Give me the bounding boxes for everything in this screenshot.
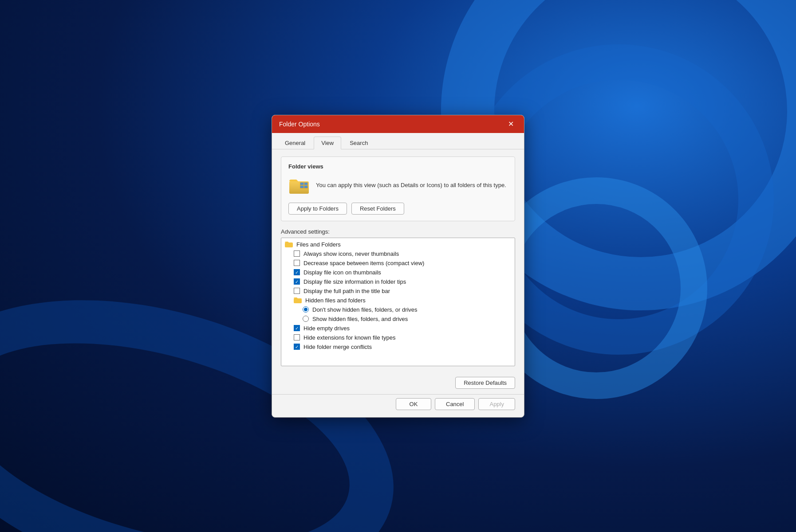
- tab-bar: General View Search: [272, 133, 524, 149]
- checkbox-hide-extensions[interactable]: [294, 334, 300, 340]
- list-item-show-hidden[interactable]: Show hidden files, folders, and drives: [281, 314, 515, 324]
- svg-rect-5: [300, 186, 303, 188]
- list-item-hide-extensions[interactable]: Hide extensions for known file types: [281, 333, 515, 342]
- dialog-bottom: Restore Defaults: [272, 373, 524, 394]
- folder-views-section: Folder views: [281, 156, 515, 221]
- list-item-always-show-icons[interactable]: Always show icons, never thumbnails: [281, 249, 515, 258]
- folder-views-description: You can apply this view (such as Details…: [316, 181, 506, 189]
- list-item-display-file-icon[interactable]: ✓ Display file icon on thumbnails: [281, 268, 515, 277]
- list-item-dont-show-hidden[interactable]: Don't show hidden files, folders, or dri…: [281, 305, 515, 314]
- ok-button[interactable]: OK: [396, 398, 431, 410]
- radio-show-hidden[interactable]: [303, 316, 309, 322]
- reset-folders-button[interactable]: Reset Folders: [351, 203, 404, 215]
- folder-views-buttons: Apply to Folders Reset Folders: [288, 203, 508, 215]
- advanced-settings-list[interactable]: Files and Folders Always show icons, nev…: [281, 238, 515, 366]
- radio-dont-show-hidden[interactable]: [303, 306, 309, 313]
- dialog-overlay: Folder Options ✕ General View Search Fol…: [0, 0, 796, 532]
- tab-general[interactable]: General: [277, 137, 313, 149]
- checkbox-decrease-space[interactable]: [294, 260, 300, 266]
- restore-row: Restore Defaults: [281, 377, 515, 389]
- cancel-button[interactable]: Cancel: [435, 398, 475, 410]
- folder-options-dialog: Folder Options ✕ General View Search Fol…: [272, 115, 524, 418]
- group-files-folders: Files and Folders: [281, 240, 515, 249]
- checkbox-always-show-icons[interactable]: [294, 250, 300, 257]
- advanced-settings-label: Advanced settings:: [281, 228, 515, 235]
- apply-to-folders-button[interactable]: Apply to Folders: [288, 203, 347, 215]
- group-hidden-files: Hidden files and folders: [281, 296, 515, 305]
- list-item-display-full-path[interactable]: Display the full path in the title bar: [281, 286, 515, 296]
- dialog-title: Folder Options: [279, 121, 320, 128]
- tab-view[interactable]: View: [314, 137, 341, 149]
- list-item-decrease-space[interactable]: Decrease space between items (compact vi…: [281, 258, 515, 268]
- close-button[interactable]: ✕: [504, 118, 517, 130]
- apply-button[interactable]: Apply: [478, 398, 515, 410]
- list-item-hide-merge-conflicts[interactable]: ✓ Hide folder merge conflicts: [281, 342, 515, 352]
- restore-defaults-button[interactable]: Restore Defaults: [455, 377, 515, 389]
- dialog-content: Folder views: [272, 149, 524, 373]
- checkbox-display-full-path[interactable]: [294, 288, 300, 294]
- checkbox-display-file-icon[interactable]: ✓: [294, 269, 300, 275]
- tab-search[interactable]: Search: [342, 137, 375, 149]
- title-bar: Folder Options ✕: [272, 115, 524, 133]
- svg-rect-8: [294, 298, 302, 303]
- folder-views-title: Folder views: [288, 163, 508, 170]
- svg-rect-6: [304, 186, 307, 188]
- svg-rect-4: [304, 183, 307, 185]
- checkbox-display-file-size[interactable]: ✓: [294, 278, 300, 285]
- advanced-settings-section: Advanced settings: Files and Folders Alw…: [281, 228, 515, 366]
- list-item-display-file-size[interactable]: ✓ Display file size information in folde…: [281, 277, 515, 286]
- folder-views-content: You can apply this view (such as Details…: [288, 175, 508, 196]
- list-item-hide-empty-drives[interactable]: ✓ Hide empty drives: [281, 324, 515, 333]
- dialog-footer: OK Cancel Apply: [272, 394, 524, 417]
- checkbox-hide-merge-conflicts[interactable]: ✓: [294, 344, 300, 350]
- folder-icon: [288, 175, 310, 196]
- svg-rect-7: [285, 243, 293, 247]
- svg-rect-3: [300, 183, 303, 185]
- checkbox-hide-empty-drives[interactable]: ✓: [294, 325, 300, 331]
